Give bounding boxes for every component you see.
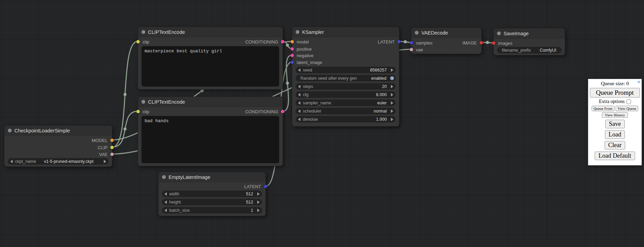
model-output-dot[interactable] [110, 139, 114, 142]
positive-input-dot[interactable] [290, 47, 294, 51]
width-widget[interactable]: width 512 [162, 191, 262, 197]
view-history-button[interactable]: View History [602, 112, 628, 118]
steps-widget[interactable]: steps 20 [296, 83, 396, 90]
decrease-icon[interactable] [298, 68, 300, 72]
increase-icon[interactable] [391, 93, 393, 96]
increase-icon[interactable] [257, 209, 260, 212]
next-value-icon[interactable] [104, 160, 106, 163]
increase-icon[interactable] [391, 85, 393, 88]
next-value-icon[interactable] [391, 101, 393, 105]
collapse-dot-icon[interactable] [415, 31, 419, 35]
collapse-dot-icon[interactable] [8, 129, 12, 132]
batch-size-widget[interactable]: batch_size 1 [162, 207, 262, 213]
clip-input-dot[interactable] [136, 40, 140, 43]
increase-icon[interactable] [391, 118, 393, 121]
view-queue-button[interactable]: View Queue [616, 106, 639, 111]
prev-value-icon[interactable] [298, 109, 300, 113]
cfg-widget[interactable]: cfg 8.000 [296, 91, 396, 98]
input-port-latent-image[interactable]: latent_image [292, 59, 322, 66]
denoise-widget[interactable]: denoise 1.000 [296, 116, 396, 122]
ckpt-name-widget[interactable]: ckpt_name v1-5-pruned-emaonly.ckpt [8, 158, 109, 165]
output-port-model[interactable]: MODEL [92, 137, 112, 144]
vae-output-dot[interactable] [110, 153, 114, 156]
load-button[interactable]: Load [605, 130, 625, 139]
input-port-clip[interactable]: clip [138, 38, 149, 45]
toggle-knob[interactable] [390, 76, 394, 80]
node-save-image[interactable]: SaveImage images filename_prefix ComfyUI [493, 28, 565, 55]
input-port-images[interactable]: images [494, 40, 512, 47]
node-title-bar[interactable]: VAEDecode [411, 28, 481, 38]
decrease-icon[interactable] [164, 209, 167, 212]
scheduler-widget[interactable]: scheduler normal [296, 108, 396, 114]
positive-prompt-textarea[interactable]: masterpiece best quality girl [141, 46, 279, 87]
node-title-bar[interactable]: KSampler [292, 27, 399, 37]
node-ksampler[interactable]: KSampler model positive negative latent_… [292, 27, 399, 127]
queue-prompt-button[interactable]: Queue Prompt [590, 88, 640, 98]
input-port-negative[interactable]: negative [292, 52, 313, 59]
output-port-conditioning[interactable]: CONDITIONING [245, 108, 283, 115]
height-widget[interactable]: height 512 [162, 199, 262, 205]
increase-icon[interactable] [391, 68, 393, 72]
negative-prompt-textarea[interactable]: bad hands [141, 116, 279, 163]
node-title-bar[interactable]: CLIPTextEncode [138, 27, 283, 37]
prev-value-icon[interactable] [298, 101, 300, 105]
node-title-bar[interactable]: EmptyLatentImage [159, 172, 265, 182]
collapse-dot-icon[interactable] [141, 100, 145, 104]
image-output-dot[interactable] [480, 41, 483, 44]
node-graph-canvas[interactable]: CheckpointLoaderSimple MODEL CLIP VAE ck… [0, 0, 644, 247]
clear-button[interactable]: Clear [605, 141, 626, 150]
decrease-icon[interactable] [298, 118, 300, 121]
load-default-button[interactable]: Load Default [595, 152, 635, 160]
samples-input-dot[interactable] [410, 41, 413, 44]
node-vae-decode[interactable]: VAEDecode samples vae IMAGE [411, 27, 482, 54]
conditioning-output-dot[interactable] [281, 40, 284, 43]
prev-value-icon[interactable] [10, 160, 13, 163]
output-port-clip[interactable]: CLIP [98, 144, 112, 151]
collapse-dot-icon[interactable] [296, 30, 299, 34]
node-title-bar[interactable]: CheckpointLoaderSimple [4, 126, 112, 136]
output-port-vae[interactable]: VAE [99, 151, 112, 158]
collapse-dot-icon[interactable] [141, 30, 145, 34]
decrease-icon[interactable] [298, 93, 300, 96]
save-button[interactable]: Save [605, 120, 625, 128]
input-port-samples[interactable]: samples [411, 39, 432, 46]
output-port-latent[interactable]: LATENT [378, 38, 399, 45]
collapse-dot-icon[interactable] [497, 31, 501, 35]
negative-input-dot[interactable] [290, 54, 294, 57]
node-title-bar[interactable]: SaveImage [494, 28, 565, 39]
queue-front-button[interactable]: Queue Front [592, 106, 615, 111]
model-input-dot[interactable] [290, 40, 294, 43]
input-port-vae[interactable]: vae [411, 46, 423, 53]
vae-input-dot[interactable] [410, 48, 413, 51]
collapse-dot-icon[interactable] [162, 175, 166, 179]
node-clip-text-encode-negative[interactable]: CLIPTextEncode clip CONDITIONING bad han… [138, 96, 283, 166]
seed-widget[interactable]: seed 8566257 [296, 67, 396, 73]
extra-options-checkbox[interactable] [627, 100, 631, 104]
output-port-image[interactable]: IMAGE [462, 39, 481, 46]
input-port-model[interactable]: model [292, 38, 309, 45]
images-input-dot[interactable] [492, 41, 495, 45]
input-port-clip[interactable]: clip [138, 108, 149, 115]
decrease-icon[interactable] [164, 200, 167, 204]
clip-output-dot[interactable] [110, 146, 114, 149]
conditioning-output-dot[interactable] [281, 110, 284, 113]
output-port-latent[interactable]: LATENT [244, 183, 265, 190]
decrease-icon[interactable] [164, 192, 167, 196]
output-port-conditioning[interactable]: CONDITIONING [245, 38, 283, 45]
node-title-bar[interactable]: CLIPTextEncode [138, 97, 283, 107]
settings-icon[interactable]: ✳ [637, 80, 641, 85]
node-checkpoint-loader-simple[interactable]: CheckpointLoaderSimple MODEL CLIP VAE ck… [4, 125, 112, 167]
next-value-icon[interactable] [391, 109, 393, 113]
clip-input-dot[interactable] [136, 110, 140, 113]
increase-icon[interactable] [257, 192, 260, 196]
latent-image-input-dot[interactable] [290, 61, 294, 64]
latent-output-dot[interactable] [264, 185, 267, 188]
increase-icon[interactable] [257, 200, 260, 204]
filename-prefix-widget[interactable]: filename_prefix ComfyUI [497, 47, 561, 53]
node-clip-text-encode-positive[interactable]: CLIPTextEncode clip CONDITIONING masterp… [138, 27, 283, 90]
random-seed-toggle[interactable]: Random seed after every gen enabled [296, 75, 396, 81]
input-port-positive[interactable]: positive [292, 46, 312, 52]
node-empty-latent-image[interactable]: EmptyLatentImage LATENT width 512 height… [158, 172, 266, 216]
sampler-name-widget[interactable]: sampler_name euler [296, 100, 396, 106]
decrease-icon[interactable] [298, 85, 300, 88]
